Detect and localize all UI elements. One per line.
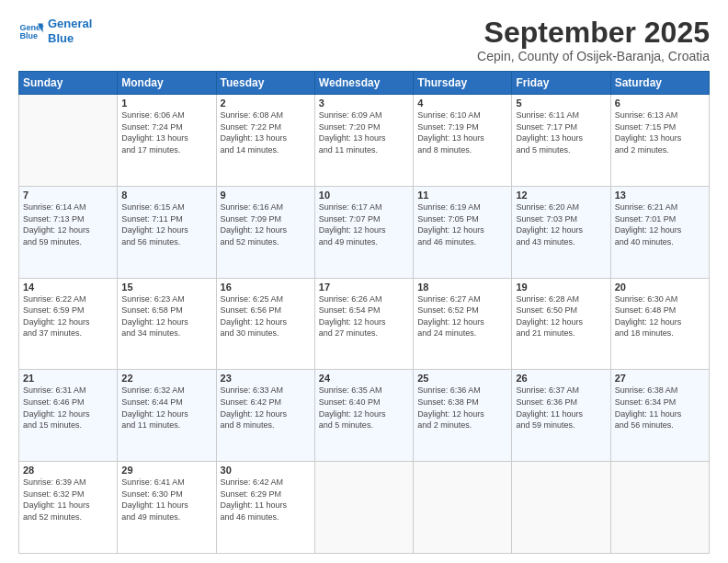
logo-icon: General Blue [18, 18, 44, 44]
day-info: Sunrise: 6:21 AM Sunset: 7:01 PM Dayligh… [615, 201, 705, 247]
day-info: Sunrise: 6:36 AM Sunset: 6:38 PM Dayligh… [417, 385, 507, 431]
day-number: 3 [319, 98, 409, 109]
page: General Blue General Blue September 2025… [0, 0, 728, 563]
month-title: September 2025 [477, 17, 710, 49]
table-row: 23Sunrise: 6:33 AM Sunset: 6:42 PM Dayli… [216, 370, 314, 462]
day-number: 26 [516, 373, 606, 384]
day-info: Sunrise: 6:20 AM Sunset: 7:03 PM Dayligh… [516, 201, 606, 247]
day-number: 22 [121, 373, 211, 384]
svg-text:Blue: Blue [19, 30, 38, 40]
day-info: Sunrise: 6:27 AM Sunset: 6:52 PM Dayligh… [417, 293, 507, 339]
table-row: 19Sunrise: 6:28 AM Sunset: 6:50 PM Dayli… [512, 278, 610, 370]
day-number: 6 [615, 98, 705, 109]
table-row: 17Sunrise: 6:26 AM Sunset: 6:54 PM Dayli… [314, 278, 413, 370]
table-row: 2Sunrise: 6:08 AM Sunset: 7:22 PM Daylig… [216, 95, 314, 187]
day-number: 10 [319, 190, 409, 201]
day-number: 5 [516, 98, 606, 109]
table-row: 18Sunrise: 6:27 AM Sunset: 6:52 PM Dayli… [414, 278, 512, 370]
day-number: 14 [23, 282, 113, 293]
table-row: 30Sunrise: 6:42 AM Sunset: 6:29 PM Dayli… [216, 462, 314, 554]
calendar-week-row: 14Sunrise: 6:22 AM Sunset: 6:59 PM Dayli… [19, 278, 710, 370]
logo-text: General Blue [48, 17, 92, 45]
table-row [512, 462, 610, 554]
day-number: 9 [221, 190, 311, 201]
day-info: Sunrise: 6:35 AM Sunset: 6:40 PM Dayligh… [319, 385, 409, 431]
day-number: 8 [121, 190, 211, 201]
table-row: 11Sunrise: 6:19 AM Sunset: 7:05 PM Dayli… [414, 186, 512, 278]
table-row: 1Sunrise: 6:06 AM Sunset: 7:24 PM Daylig… [118, 95, 216, 187]
day-number: 11 [417, 190, 507, 201]
table-row: 8Sunrise: 6:15 AM Sunset: 7:11 PM Daylig… [118, 186, 216, 278]
col-sunday: Sunday [19, 72, 118, 95]
day-number: 29 [121, 465, 211, 476]
day-number: 16 [221, 282, 311, 293]
calendar-header-row: Sunday Monday Tuesday Wednesday Thursday… [19, 72, 710, 95]
day-info: Sunrise: 6:17 AM Sunset: 7:07 PM Dayligh… [319, 201, 409, 247]
table-row [610, 462, 709, 554]
logo: General Blue General Blue [18, 17, 92, 45]
day-number: 17 [319, 282, 409, 293]
day-info: Sunrise: 6:33 AM Sunset: 6:42 PM Dayligh… [221, 385, 311, 431]
day-number: 15 [121, 282, 211, 293]
day-info: Sunrise: 6:09 AM Sunset: 7:20 PM Dayligh… [319, 109, 409, 155]
subtitle: Cepin, County of Osijek-Baranja, Croatia [477, 49, 710, 63]
day-number: 18 [417, 282, 507, 293]
col-friday: Friday [512, 72, 610, 95]
day-number: 20 [615, 282, 705, 293]
day-info: Sunrise: 6:31 AM Sunset: 6:46 PM Dayligh… [23, 385, 113, 431]
day-info: Sunrise: 6:26 AM Sunset: 6:54 PM Dayligh… [319, 293, 409, 339]
day-number: 30 [221, 465, 311, 476]
table-row: 7Sunrise: 6:14 AM Sunset: 7:13 PM Daylig… [19, 186, 118, 278]
day-number: 24 [319, 373, 409, 384]
table-row: 24Sunrise: 6:35 AM Sunset: 6:40 PM Dayli… [314, 370, 413, 462]
day-number: 1 [121, 98, 211, 109]
day-number: 13 [615, 190, 705, 201]
table-row: 14Sunrise: 6:22 AM Sunset: 6:59 PM Dayli… [19, 278, 118, 370]
calendar-week-row: 1Sunrise: 6:06 AM Sunset: 7:24 PM Daylig… [19, 95, 710, 187]
day-number: 25 [417, 373, 507, 384]
day-info: Sunrise: 6:13 AM Sunset: 7:15 PM Dayligh… [615, 109, 705, 155]
day-info: Sunrise: 6:39 AM Sunset: 6:32 PM Dayligh… [23, 477, 113, 523]
day-info: Sunrise: 6:22 AM Sunset: 6:59 PM Dayligh… [23, 293, 113, 339]
day-info: Sunrise: 6:15 AM Sunset: 7:11 PM Dayligh… [121, 201, 211, 247]
day-number: 12 [516, 190, 606, 201]
table-row: 29Sunrise: 6:41 AM Sunset: 6:30 PM Dayli… [118, 462, 216, 554]
day-info: Sunrise: 6:06 AM Sunset: 7:24 PM Dayligh… [121, 109, 211, 155]
day-info: Sunrise: 6:11 AM Sunset: 7:17 PM Dayligh… [516, 109, 606, 155]
table-row: 3Sunrise: 6:09 AM Sunset: 7:20 PM Daylig… [314, 95, 413, 187]
day-info: Sunrise: 6:41 AM Sunset: 6:30 PM Dayligh… [121, 477, 211, 523]
table-row [414, 462, 512, 554]
day-number: 19 [516, 282, 606, 293]
table-row: 5Sunrise: 6:11 AM Sunset: 7:17 PM Daylig… [512, 95, 610, 187]
day-info: Sunrise: 6:42 AM Sunset: 6:29 PM Dayligh… [221, 477, 311, 523]
col-saturday: Saturday [610, 72, 709, 95]
table-row: 27Sunrise: 6:38 AM Sunset: 6:34 PM Dayli… [610, 370, 709, 462]
table-row: 15Sunrise: 6:23 AM Sunset: 6:58 PM Dayli… [118, 278, 216, 370]
col-monday: Monday [118, 72, 216, 95]
calendar-week-row: 21Sunrise: 6:31 AM Sunset: 6:46 PM Dayli… [19, 370, 710, 462]
table-row: 21Sunrise: 6:31 AM Sunset: 6:46 PM Dayli… [19, 370, 118, 462]
day-info: Sunrise: 6:37 AM Sunset: 6:36 PM Dayligh… [516, 385, 606, 431]
day-info: Sunrise: 6:14 AM Sunset: 7:13 PM Dayligh… [23, 201, 113, 247]
calendar-week-row: 28Sunrise: 6:39 AM Sunset: 6:32 PM Dayli… [19, 462, 710, 554]
day-number: 28 [23, 465, 113, 476]
day-info: Sunrise: 6:32 AM Sunset: 6:44 PM Dayligh… [121, 385, 211, 431]
day-number: 27 [615, 373, 705, 384]
day-info: Sunrise: 6:10 AM Sunset: 7:19 PM Dayligh… [417, 109, 507, 155]
title-block: September 2025 Cepin, County of Osijek-B… [477, 17, 710, 63]
table-row [314, 462, 413, 554]
calendar-week-row: 7Sunrise: 6:14 AM Sunset: 7:13 PM Daylig… [19, 186, 710, 278]
table-row: 25Sunrise: 6:36 AM Sunset: 6:38 PM Dayli… [414, 370, 512, 462]
table-row [19, 95, 118, 187]
table-row: 16Sunrise: 6:25 AM Sunset: 6:56 PM Dayli… [216, 278, 314, 370]
table-row: 12Sunrise: 6:20 AM Sunset: 7:03 PM Dayli… [512, 186, 610, 278]
day-info: Sunrise: 6:38 AM Sunset: 6:34 PM Dayligh… [615, 385, 705, 431]
header: General Blue General Blue September 2025… [18, 17, 710, 63]
table-row: 20Sunrise: 6:30 AM Sunset: 6:48 PM Dayli… [610, 278, 709, 370]
day-info: Sunrise: 6:08 AM Sunset: 7:22 PM Dayligh… [221, 109, 311, 155]
table-row: 22Sunrise: 6:32 AM Sunset: 6:44 PM Dayli… [118, 370, 216, 462]
calendar-table: Sunday Monday Tuesday Wednesday Thursday… [18, 71, 710, 554]
day-info: Sunrise: 6:19 AM Sunset: 7:05 PM Dayligh… [417, 201, 507, 247]
day-info: Sunrise: 6:16 AM Sunset: 7:09 PM Dayligh… [221, 201, 311, 247]
col-thursday: Thursday [414, 72, 512, 95]
